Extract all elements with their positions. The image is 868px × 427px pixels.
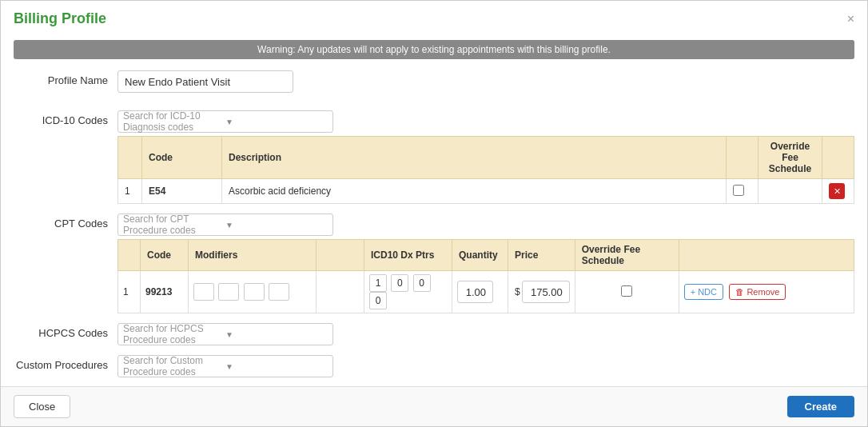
cpt-modifier-1[interactable] (193, 283, 214, 301)
trash-icon: 🗑 (735, 287, 744, 297)
profile-name-content (117, 70, 854, 93)
cpt-row-actions: + NDC 🗑 Remove (679, 271, 854, 313)
cpt-row-quantity (452, 271, 508, 313)
cpt-modifier-2[interactable] (218, 283, 239, 301)
icd10-search-dropdown[interactable]: Search for ICD-10 Diagnosis codes ▼ (117, 110, 333, 133)
icd10-dropdown-arrow: ▼ (225, 118, 328, 126)
create-button[interactable]: Create (787, 396, 854, 417)
icd10-th-code: Code (142, 137, 222, 179)
cpt-th-num (118, 240, 141, 271)
cpt-th-actions (679, 240, 854, 271)
cpt-quantity-input[interactable] (457, 281, 493, 303)
close-x-button[interactable]: × (847, 13, 854, 26)
cpt-th-quantity: Quantity (452, 240, 508, 271)
dialog-footer: Close Create (1, 386, 867, 426)
cpt-row-price: $ (508, 271, 575, 313)
icd10-th-override: Override Fee Schedule (759, 137, 822, 179)
icd10-label: ICD-10 Codes (14, 110, 117, 126)
cpt-row-spacer (317, 271, 364, 313)
cpt-search-placeholder: Search for CPT Procedure codes (123, 214, 225, 236)
icd10-th-num (118, 137, 142, 179)
custom-content: Search for Custom Procedure codes ▼ (117, 355, 854, 377)
icd10-content: Search for ICD-10 Diagnosis codes ▼ Code… (117, 110, 854, 204)
icd10-row-description: Ascorbic acid deficiency (222, 179, 727, 204)
remove-button[interactable]: 🗑 Remove (729, 284, 786, 300)
cpt-th-price: Price (508, 240, 575, 271)
cpt-icd10-ptr-3[interactable] (413, 274, 431, 292)
cpt-row-num: 1 (118, 271, 141, 313)
icd10-delete-button[interactable]: ✕ (829, 183, 845, 199)
cpt-th-modifiers: Modifiers (189, 240, 317, 271)
cpt-row-override (575, 271, 679, 313)
close-button[interactable]: Close (14, 395, 70, 418)
cpt-content: Search for CPT Procedure codes ▼ Code Mo… (117, 214, 854, 313)
cpt-label: CPT Codes (14, 214, 117, 229)
hcpcs-dropdown-arrow: ▼ (225, 330, 328, 339)
icd10-row-override-cell (759, 179, 822, 204)
icd10-row-checkbox-cell (727, 179, 759, 204)
icd10-table-header-row: Code Description Override Fee Schedule (118, 137, 854, 179)
cpt-th-code: Code (141, 240, 189, 271)
cpt-modifier-3[interactable] (244, 283, 265, 301)
dialog-title: Billing Profile (14, 10, 106, 27)
remove-label: Remove (747, 287, 779, 297)
cpt-icd10-ptr-4[interactable] (369, 292, 387, 309)
icd10-th-check (727, 137, 759, 179)
cpt-row-code: 99213 (141, 271, 189, 313)
icd10-th-action (822, 137, 854, 179)
dialog-header: Billing Profile × (1, 1, 867, 34)
custom-label: Custom Procedures (14, 355, 117, 371)
ndc-button[interactable]: + NDC (684, 284, 723, 300)
icd10-row: ICD-10 Codes Search for ICD-10 Diagnosis… (14, 110, 854, 204)
hcpcs-search-placeholder: Search for HCPCS Procedure codes (123, 323, 225, 345)
icd10-table: Code Description Override Fee Schedule 1… (117, 136, 854, 204)
cpt-table-row: 1 99213 (118, 271, 854, 313)
cpt-search-dropdown[interactable]: Search for CPT Procedure codes ▼ (117, 214, 333, 236)
cpt-th-override: Override Fee Schedule (575, 240, 679, 271)
billing-profile-dialog: Billing Profile × Warning: Any updates w… (0, 0, 868, 427)
custom-search-dropdown[interactable]: Search for Custom Procedure codes ▼ (117, 355, 333, 377)
cpt-price-input[interactable] (522, 281, 570, 303)
warning-bar: Warning: Any updates will not apply to e… (14, 40, 854, 59)
cpt-dropdown-arrow: ▼ (225, 221, 328, 229)
cpt-icd10-ptr-1[interactable] (369, 274, 387, 292)
icd10-th-description: Description (222, 137, 727, 179)
hcpcs-search-dropdown[interactable]: Search for HCPCS Procedure codes ▼ (117, 323, 333, 345)
cpt-override-checkbox[interactable] (621, 285, 632, 297)
cpt-row-modifiers (189, 271, 317, 313)
hcpcs-content: Search for HCPCS Procedure codes ▼ (117, 323, 854, 345)
cpt-icd10-ptr-2[interactable] (391, 274, 408, 292)
profile-name-input[interactable] (117, 70, 293, 93)
profile-name-row: Profile Name (14, 70, 854, 93)
cpt-table: Code Modifiers ICD10 Dx Ptrs Quantity Pr… (117, 239, 854, 313)
icd10-table-row: 1 E54 Ascorbic acid deficiency ✕ (118, 179, 854, 204)
cpt-modifier-4[interactable] (269, 283, 289, 301)
icd10-override-checkbox[interactable] (733, 185, 744, 196)
hcpcs-label: HCPCS Codes (14, 323, 117, 339)
icd10-search-placeholder: Search for ICD-10 Diagnosis codes (123, 110, 225, 133)
custom-search-placeholder: Search for Custom Procedure codes (123, 355, 225, 377)
custom-dropdown-arrow: ▼ (225, 362, 328, 371)
icd10-row-delete-cell: ✕ (822, 179, 854, 204)
hcpcs-row: HCPCS Codes Search for HCPCS Procedure c… (14, 323, 854, 345)
cpt-row-icd10-ptrs (364, 271, 452, 313)
cpt-th-icd10: ICD10 Dx Ptrs (364, 240, 452, 271)
cpt-th-spacer (317, 240, 364, 271)
icd10-row-code: E54 (142, 179, 222, 204)
cpt-table-header-row: Code Modifiers ICD10 Dx Ptrs Quantity Pr… (118, 240, 854, 271)
custom-procedures-row: Custom Procedures Search for Custom Proc… (14, 355, 854, 377)
dialog-body: Warning: Any updates will not apply to e… (1, 34, 867, 386)
icd10-row-num: 1 (118, 179, 142, 204)
dollar-sign: $ (513, 286, 522, 297)
cpt-row: CPT Codes Search for CPT Procedure codes… (14, 214, 854, 313)
profile-name-label: Profile Name (14, 70, 117, 86)
